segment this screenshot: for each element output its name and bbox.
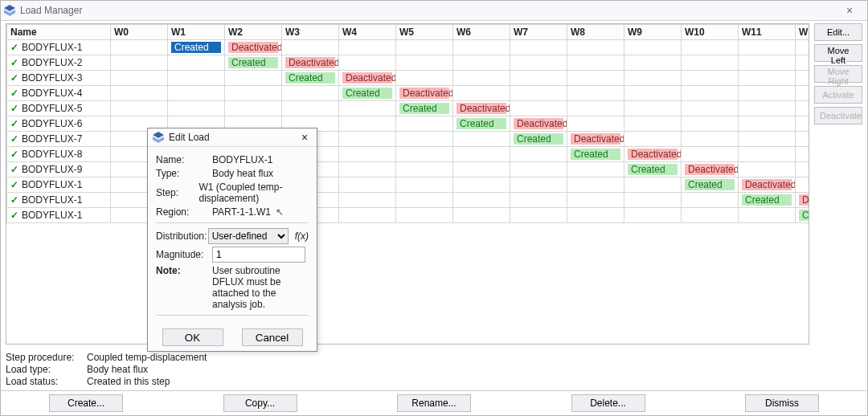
status-cell[interactable] (453, 208, 510, 223)
dismiss-button[interactable]: Dismiss (745, 394, 819, 412)
table-row[interactable]: ✓BODYFLUX-6CreatedDeactivated (7, 116, 810, 132)
load-name-cell[interactable]: ✓BODYFLUX-4 (7, 86, 111, 101)
status-cell[interactable] (339, 208, 396, 223)
load-name-cell[interactable]: ✓BODYFLUX-5 (7, 101, 111, 116)
status-cell[interactable] (396, 177, 453, 193)
load-name-cell[interactable]: ✓BODYFLUX-9 (7, 162, 111, 177)
column-header[interactable]: W4 (339, 25, 396, 40)
load-name-cell[interactable]: ✓BODYFLUX-1 (7, 177, 111, 193)
delete-button[interactable]: Delete... (571, 394, 645, 412)
status-cell[interactable] (339, 40, 396, 55)
status-cell[interactable]: Deactivated (339, 71, 396, 86)
column-header[interactable]: W5 (396, 25, 453, 40)
titlebar[interactable]: Load Manager × (1, 1, 867, 21)
status-cell[interactable] (225, 101, 282, 116)
column-header[interactable]: W6 (453, 25, 510, 40)
status-cell[interactable] (567, 55, 624, 71)
status-cell[interactable] (168, 55, 225, 71)
status-cell[interactable] (739, 55, 796, 71)
status-cell[interactable] (682, 116, 739, 132)
status-cell[interactable]: Created (282, 71, 339, 86)
status-cell[interactable] (225, 86, 282, 101)
status-cell[interactable]: Deactivated (739, 177, 796, 193)
status-cell[interactable] (225, 71, 282, 86)
status-cell[interactable]: Created (168, 40, 225, 55)
status-cell[interactable] (339, 193, 396, 208)
table-row[interactable]: ✓BODYFLUX-1CreatedDeactivated (7, 208, 810, 223)
table-row[interactable]: ✓BODYFLUX-1CreatedDeactivated (7, 40, 810, 55)
status-cell[interactable] (739, 40, 796, 55)
status-cell[interactable]: Created (453, 116, 510, 132)
status-cell[interactable] (624, 86, 682, 101)
load-name-cell[interactable]: ✓BODYFLUX-7 (7, 132, 111, 147)
status-cell[interactable] (510, 55, 567, 71)
status-cell[interactable]: Created (396, 101, 453, 116)
status-cell[interactable]: Created (339, 86, 396, 101)
status-cell[interactable] (739, 147, 796, 162)
status-cell[interactable] (396, 132, 453, 147)
load-name-cell[interactable]: ✓BODYFLUX-3 (7, 71, 111, 86)
table-row[interactable]: ✓BODYFLUX-1CreatedDeactivated (7, 193, 810, 208)
status-cell[interactable] (739, 132, 796, 147)
status-cell[interactable] (624, 71, 682, 86)
edit-load-dialog[interactable]: Edit Load × Name:BODYFLUX-1 Type:Body he… (147, 128, 317, 352)
status-cell[interactable] (510, 193, 567, 208)
column-header[interactable]: Name (7, 25, 111, 40)
status-cell[interactable]: Created (225, 55, 282, 71)
status-cell[interactable]: Deactivated (396, 86, 453, 101)
status-cell[interactable] (168, 101, 225, 116)
status-cell[interactable] (168, 71, 225, 86)
magnitude-field[interactable] (212, 247, 305, 263)
column-header[interactable]: W9 (624, 25, 682, 40)
status-cell[interactable] (567, 193, 624, 208)
table-row[interactable]: ✓BODYFLUX-9CreatedDeactivated (7, 162, 810, 177)
load-name-cell[interactable]: ✓BODYFLUX-1 (7, 208, 111, 223)
region-pick-icon[interactable]: ↖ (276, 206, 284, 218)
status-cell[interactable] (796, 55, 810, 71)
column-header[interactable]: W10 (682, 25, 739, 40)
status-cell[interactable] (567, 177, 624, 193)
rename-button[interactable]: Rename... (397, 394, 471, 412)
status-cell[interactable]: Deactivated (225, 40, 282, 55)
status-cell[interactable] (453, 147, 510, 162)
status-cell[interactable] (453, 40, 510, 55)
status-cell[interactable] (796, 71, 810, 86)
status-cell[interactable] (282, 101, 339, 116)
status-cell[interactable] (339, 132, 396, 147)
status-cell[interactable] (796, 147, 810, 162)
status-cell[interactable] (453, 86, 510, 101)
status-cell[interactable] (453, 162, 510, 177)
column-header[interactable]: W8 (567, 25, 624, 40)
status-cell[interactable] (682, 86, 739, 101)
status-cell[interactable] (510, 147, 567, 162)
status-cell[interactable]: Created (682, 177, 739, 193)
status-cell[interactable] (396, 40, 453, 55)
status-cell[interactable] (567, 86, 624, 101)
status-cell[interactable] (510, 71, 567, 86)
status-cell[interactable] (567, 116, 624, 132)
status-cell[interactable] (739, 86, 796, 101)
status-cell[interactable] (396, 116, 453, 132)
status-cell[interactable] (624, 177, 682, 193)
table-row[interactable]: ✓BODYFLUX-8CreatedDeactivated (7, 147, 810, 162)
status-cell[interactable] (739, 208, 796, 223)
column-header[interactable]: W1 (168, 25, 225, 40)
status-cell[interactable] (624, 193, 682, 208)
status-cell[interactable] (111, 86, 168, 101)
dialog-titlebar[interactable]: Edit Load × (148, 128, 317, 147)
distribution-select[interactable]: User-defined (208, 228, 289, 244)
table-row[interactable]: ✓BODYFLUX-2CreatedDeactivated (7, 55, 810, 71)
status-cell[interactable] (339, 101, 396, 116)
column-header[interactable]: W11 (739, 25, 796, 40)
status-cell[interactable]: Created (739, 193, 796, 208)
status-cell[interactable] (510, 101, 567, 116)
column-header[interactable]: W12 (796, 25, 810, 40)
status-cell[interactable] (168, 86, 225, 101)
status-cell[interactable] (567, 101, 624, 116)
status-cell[interactable] (111, 101, 168, 116)
status-cell[interactable] (111, 55, 168, 71)
status-cell[interactable] (739, 116, 796, 132)
status-cell[interactable] (453, 55, 510, 71)
status-cell[interactable]: Deactivated (796, 193, 810, 208)
status-cell[interactable] (796, 132, 810, 147)
